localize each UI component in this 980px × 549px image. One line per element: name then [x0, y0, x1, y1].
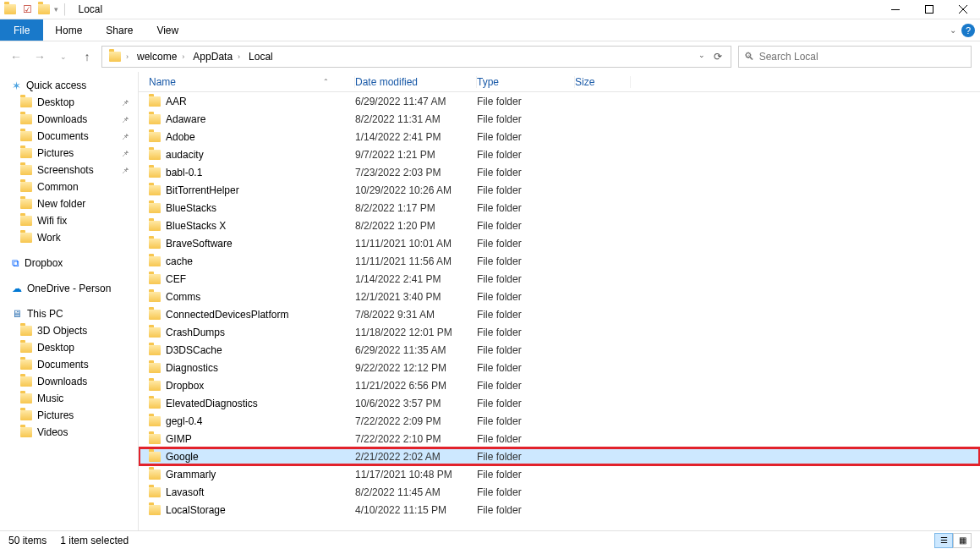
search-input[interactable]: [759, 51, 966, 63]
table-row[interactable]: Grammarly11/17/2021 10:48 PMFile folder: [139, 465, 980, 483]
forward-button[interactable]: →: [32, 50, 47, 63]
recent-dropdown-icon[interactable]: ⌄: [56, 52, 71, 61]
table-row[interactable]: Lavasoft8/2/2022 11:45 AMFile folder: [139, 483, 980, 501]
table-row[interactable]: D3DSCache6/29/2022 11:35 AMFile folder: [139, 341, 980, 359]
table-row[interactable]: AAR6/29/2022 11:47 AMFile folder: [139, 92, 980, 110]
back-button[interactable]: ←: [8, 50, 24, 63]
table-row[interactable]: Adobe1/14/2022 2:41 PMFile folder: [139, 128, 980, 145]
help-icon[interactable]: ?: [961, 24, 975, 37]
col-name[interactable]: Name: [149, 76, 176, 88]
selection-count: 1 item selected: [60, 535, 129, 546]
table-row[interactable]: CEF1/14/2022 2:41 PMFile folder: [139, 270, 980, 288]
table-row[interactable]: Adaware8/2/2022 11:31 AMFile folder: [139, 110, 980, 128]
onedrive-root[interactable]: ☁OneDrive - Person: [0, 280, 138, 297]
table-row[interactable]: cache11/11/2021 11:56 AMFile folder: [139, 252, 980, 270]
item-count: 50 items: [8, 535, 47, 546]
folder-icon: [20, 165, 32, 175]
sidebar-item[interactable]: Pictures: [0, 407, 138, 424]
quick-access[interactable]: ✶Quick access: [0, 77, 138, 94]
file-tab[interactable]: File: [0, 19, 43, 41]
folder-icon: [20, 360, 32, 370]
folder-icon: [149, 96, 161, 107]
table-row[interactable]: gegl-0.47/22/2022 2:09 PMFile folder: [139, 412, 980, 430]
close-button[interactable]: [946, 0, 980, 19]
pin-icon: 📌︎: [121, 132, 129, 141]
sidebar-item[interactable]: Wifi fix: [0, 212, 138, 229]
folder-icon: [20, 326, 32, 336]
pin-icon: 📌︎: [121, 98, 129, 107]
folder-icon: [149, 398, 161, 409]
view-tab[interactable]: View: [145, 19, 190, 41]
file-list[interactable]: AAR6/29/2022 11:47 AMFile folderAdaware8…: [139, 92, 980, 530]
table-row[interactable]: ConnectedDevicesPlatform7/8/2022 9:31 AM…: [139, 305, 980, 323]
sidebar-item[interactable]: New folder: [0, 195, 138, 212]
table-row[interactable]: Google2/21/2022 2:02 AMFile folder: [139, 447, 980, 465]
sidebar-item[interactable]: Downloads: [0, 373, 138, 390]
sidebar-item[interactable]: Videos: [0, 424, 138, 441]
sidebar-item[interactable]: Common: [0, 178, 138, 195]
table-row[interactable]: BlueStacks8/2/2022 1:17 PMFile folder: [139, 199, 980, 217]
up-button[interactable]: ↑: [79, 50, 95, 63]
search-icon: 🔍︎: [744, 51, 754, 63]
folder-icon: [20, 376, 32, 387]
folder-icon: [20, 216, 32, 226]
table-row[interactable]: ElevatedDiagnostics10/6/2022 3:57 PMFile…: [139, 394, 980, 412]
sidebar-item[interactable]: Desktop: [0, 339, 138, 356]
minimize-button[interactable]: [879, 0, 912, 19]
folder-icon: [149, 221, 161, 231]
table-row[interactable]: Comms12/1/2021 3:40 PMFile folder: [139, 288, 980, 305]
folder-icon: [20, 114, 32, 124]
sidebar-item[interactable]: Downloads📌︎: [0, 111, 138, 128]
breadcrumb-seg[interactable]: welcome: [137, 51, 177, 63]
table-row[interactable]: BraveSoftware11/11/2021 10:01 AMFile fol…: [139, 234, 980, 252]
table-row[interactable]: audacity9/7/2022 1:21 PMFile folder: [139, 145, 980, 163]
dropbox-root[interactable]: ⧉Dropbox: [0, 255, 138, 272]
qa-save-icon[interactable]: ☑: [20, 3, 34, 16]
pin-icon: 📌︎: [121, 149, 129, 158]
addr-history-icon[interactable]: ⌄: [698, 51, 705, 63]
breadcrumb-seg[interactable]: Local: [249, 51, 273, 63]
ribbon-expand-icon[interactable]: ⌄: [950, 25, 956, 35]
refresh-icon[interactable]: ⟳: [714, 51, 722, 63]
sidebar-item[interactable]: 3D Objects: [0, 322, 138, 339]
sidebar-item[interactable]: Screenshots📌︎: [0, 162, 138, 178]
table-row[interactable]: GIMP7/22/2022 2:10 PMFile folder: [139, 430, 980, 447]
table-row[interactable]: CrashDumps11/18/2022 12:01 PMFile folder: [139, 323, 980, 341]
folder-icon: [149, 345, 161, 355]
sidebar-item[interactable]: Work: [0, 229, 138, 246]
sidebar-item[interactable]: Music: [0, 390, 138, 407]
table-row[interactable]: Dropbox11/21/2022 6:56 PMFile folder: [139, 376, 980, 394]
sidebar-item[interactable]: Desktop📌︎: [0, 94, 138, 111]
folder-icon: [149, 274, 161, 284]
col-type[interactable]: Type: [477, 76, 575, 88]
folder-icon: [149, 150, 161, 160]
sidebar-item[interactable]: Pictures📌︎: [0, 145, 138, 162]
qa-dropdown-icon[interactable]: [37, 3, 51, 16]
qat-chevron-icon[interactable]: ▾: [54, 5, 58, 14]
sidebar-item[interactable]: Documents: [0, 356, 138, 373]
sidebar-item[interactable]: Documents📌︎: [0, 128, 138, 145]
address-bar[interactable]: › welcome› AppData› Local ⌄ ⟳: [101, 46, 731, 68]
folder-icon: [149, 505, 161, 515]
table-row[interactable]: BitTorrentHelper10/29/2022 10:26 AMFile …: [139, 181, 980, 199]
home-tab[interactable]: Home: [43, 19, 94, 41]
folder-icon: [149, 132, 161, 142]
table-row[interactable]: babl-0.17/23/2022 2:03 PMFile folder: [139, 163, 980, 181]
col-size[interactable]: Size: [575, 76, 631, 88]
folder-icon: [149, 167, 161, 178]
table-row[interactable]: Diagnostics9/22/2022 12:12 PMFile folder: [139, 359, 980, 376]
col-date[interactable]: Date modified: [355, 76, 477, 88]
folder-icon: [20, 393, 32, 404]
nav-pane[interactable]: ✶Quick access Desktop📌︎Downloads📌︎Docume…: [0, 72, 139, 530]
column-headers[interactable]: Name⌃ Date modified Type Size: [139, 72, 980, 92]
folder-icon: [149, 256, 161, 266]
search-box[interactable]: 🔍︎: [738, 46, 972, 68]
table-row[interactable]: BlueStacks X8/2/2022 1:20 PMFile folder: [139, 217, 980, 234]
maximize-button[interactable]: [912, 0, 946, 19]
table-row[interactable]: LocalStorage4/10/2022 11:15 PMFile folde…: [139, 501, 980, 519]
this-pc-root[interactable]: 🖥This PC: [0, 305, 138, 322]
icons-view-button[interactable]: ▦: [953, 533, 972, 548]
details-view-button[interactable]: ☰: [934, 533, 953, 548]
breadcrumb-seg[interactable]: AppData: [193, 51, 233, 63]
share-tab[interactable]: Share: [94, 19, 145, 41]
